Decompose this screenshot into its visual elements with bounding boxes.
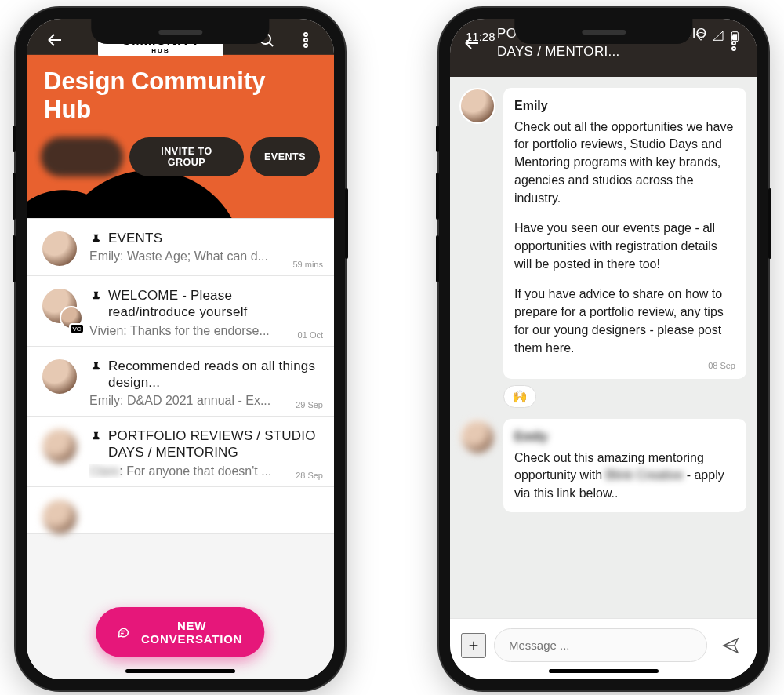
message-bubble: Emily Check out this amazing mentoring o… — [503, 419, 746, 512]
status-icons: • — [686, 30, 742, 43]
wifi-icon — [695, 30, 707, 42]
home-indicator[interactable] — [125, 669, 235, 673]
message[interactable]: Emily Check out this amazing mentoring o… — [459, 419, 748, 512]
svg-point-3 — [304, 33, 307, 36]
plus-icon — [467, 636, 480, 655]
message-text: Have you seen our events page - all oppo… — [514, 220, 735, 273]
action-chips: INVITE TO GROUP EVENTS — [27, 123, 334, 176]
row-preview: Emily: Waste Age; What can d... — [89, 249, 321, 264]
more-vertical-icon — [296, 31, 315, 49]
message-time: 08 Sep — [514, 360, 735, 373]
conversation-row[interactable]: Recommended reads on all things design..… — [27, 347, 334, 417]
phone-right: 11:28 • PORTFOLIO REVIEWS / STUDIO DAYS … — [439, 8, 768, 690]
status-time: 11:28 — [466, 30, 495, 43]
attach-button[interactable] — [461, 633, 486, 658]
avatar[interactable] — [459, 88, 495, 124]
send-icon — [721, 636, 740, 655]
back-button[interactable] — [39, 24, 71, 56]
avatar — [41, 230, 78, 267]
new-conversation-button[interactable]: NEW CONVERSATION — [96, 607, 264, 657]
svg-rect-7 — [733, 34, 737, 40]
more-button[interactable] — [290, 24, 321, 56]
pin-icon — [89, 360, 102, 373]
row-preview: Vivien: Thanks for the endorse... — [89, 324, 321, 338]
sender-name: Emily — [514, 97, 735, 115]
message-text: Check out all the opportunities we have … — [514, 118, 735, 208]
message-input[interactable] — [494, 628, 707, 662]
group-title: Design Community Hub — [27, 61, 334, 123]
conversation-row[interactable]: EVENTS Emily: Waste Age; What can d... 5… — [27, 218, 334, 276]
send-button[interactable] — [715, 630, 746, 661]
row-title-text: Recommended reads on all things design..… — [108, 358, 321, 391]
message-text: If you have advice to share on how to pr… — [514, 286, 735, 357]
reaction-badge[interactable]: 🙌 — [503, 385, 536, 408]
row-preview: Clare: For anyone that doesn't ... — [89, 464, 321, 478]
row-time: 29 Sep — [296, 400, 323, 409]
pin-icon — [89, 430, 102, 442]
group-cover: 11:28 • THE DESIGN CMMUNITY HUB — [27, 19, 334, 218]
battery-icon — [729, 30, 742, 42]
chip-invite[interactable]: INVITE TO GROUP — [129, 137, 244, 176]
arrow-left-icon — [45, 31, 64, 49]
chip-blurred[interactable] — [41, 137, 123, 176]
message-text: Check out this amazing mentoring opportu… — [514, 449, 735, 503]
row-title-text: WELCOME - Please read/introduce yourself — [108, 287, 321, 321]
avatar — [41, 358, 78, 395]
conversation-row[interactable]: PORTFOLIO REVIEWS / STUDIO DAYS / MENTOR… — [27, 417, 334, 487]
signal-icon — [712, 30, 724, 42]
avatar — [41, 498, 78, 536]
row-preview: Emily: D&AD 2021 annual - Ex... — [89, 394, 321, 408]
avatar — [41, 428, 78, 465]
chat-icon — [116, 624, 129, 641]
chip-events[interactable]: EVENTS — [250, 137, 320, 176]
svg-point-4 — [304, 38, 307, 42]
row-time: 01 Oct — [298, 330, 323, 340]
row-time: 59 mins — [292, 260, 323, 269]
conversation-row[interactable]: VC WELCOME - Please read/introduce yours… — [27, 276, 334, 347]
row-time: 28 Sep — [296, 471, 323, 480]
message[interactable]: Emily Check out all the opportunities we… — [459, 88, 748, 379]
conversation-row[interactable] — [27, 487, 334, 534]
avatar[interactable] — [459, 419, 495, 455]
message-bubble: Emily Check out all the opportunities we… — [503, 88, 746, 379]
pin-icon — [89, 232, 102, 245]
message-list[interactable]: Emily Check out all the opportunities we… — [450, 77, 757, 618]
pin-icon — [89, 289, 102, 302]
row-title-text: PORTFOLIO REVIEWS / STUDIO DAYS / MENTOR… — [108, 428, 321, 461]
avatar-badge: VC — [69, 323, 85, 334]
phone-left: 11:28 • THE DESIGN CMMUNITY HUB — [16, 8, 345, 690]
svg-point-5 — [304, 44, 307, 47]
sender-name: Emily — [514, 428, 735, 446]
home-indicator[interactable] — [549, 669, 659, 673]
row-title-text: EVENTS — [108, 230, 321, 246]
